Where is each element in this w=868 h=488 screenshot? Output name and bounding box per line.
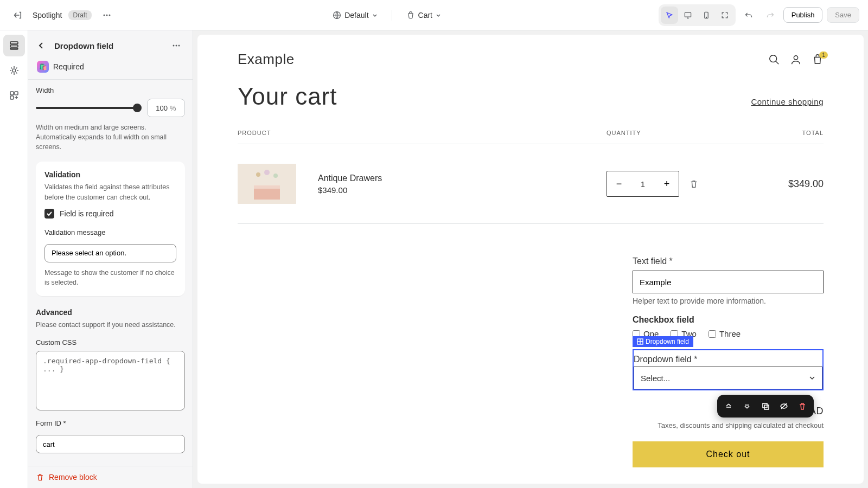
fullscreen-view-button[interactable]: [716, 7, 733, 24]
product-info: Antique Drawers $349.00: [318, 174, 607, 195]
selection-tag[interactable]: Dropdown field: [633, 336, 693, 347]
remove-block-label: Remove block: [49, 473, 97, 481]
qty-decrease-button[interactable]: −: [607, 171, 631, 196]
undo-button[interactable]: [740, 7, 757, 24]
product-image[interactable]: [238, 164, 296, 204]
validation-card: Validation Validates the field against t…: [36, 162, 185, 296]
inspector-toggle[interactable]: [661, 7, 678, 24]
undo-icon: [744, 11, 753, 20]
svg-point-24: [273, 174, 278, 178]
move-down-icon: [743, 402, 751, 410]
exit-button[interactable]: [9, 7, 26, 24]
validation-msg-input[interactable]: [44, 244, 176, 262]
svg-rect-13: [10, 96, 14, 99]
desktop-view-button[interactable]: [679, 7, 697, 24]
col-quantity: QUANTITY: [607, 130, 737, 136]
svg-point-16: [178, 45, 180, 47]
line-total: $349.00: [737, 178, 824, 190]
svg-rect-9: [10, 48, 18, 49]
theme-name: Spotlight: [33, 11, 62, 20]
cursor-icon: [665, 11, 674, 20]
dropdown-select[interactable]: Select...: [634, 367, 822, 389]
search-icon[interactable]: [768, 54, 780, 66]
trash-icon: [798, 402, 807, 410]
chevron-down-icon: [372, 12, 378, 18]
app-row[interactable]: 🛍️ Required: [28, 57, 193, 79]
settings-tab[interactable]: [3, 60, 25, 81]
svg-rect-20: [254, 188, 280, 200]
svg-point-14: [173, 45, 175, 47]
redo-button[interactable]: [762, 7, 779, 24]
status-badge: Draft: [68, 10, 91, 20]
top-bar: Spotlight Draft Default Cart: [0, 0, 868, 30]
globe-icon: [333, 11, 341, 20]
svg-point-2: [108, 14, 110, 16]
chevron-down-icon: [809, 375, 815, 381]
checkout-button[interactable]: Check out: [633, 441, 824, 467]
required-checkbox-row[interactable]: Field is required: [44, 209, 176, 219]
duplicate-button[interactable]: [757, 398, 774, 414]
context-default-dropdown[interactable]: Default: [327, 8, 382, 23]
slider-thumb[interactable]: [133, 104, 142, 112]
topbar-right: Publish Save: [659, 4, 859, 26]
continue-shopping-link[interactable]: Continue shopping: [751, 97, 824, 106]
account-icon[interactable]: [790, 54, 802, 66]
svg-rect-26: [763, 403, 767, 408]
required-checkbox[interactable]: [44, 209, 54, 219]
block-more-button[interactable]: [168, 37, 185, 54]
move-down-button[interactable]: [739, 398, 755, 414]
sections-tab[interactable]: [3, 35, 25, 56]
validation-msg-label: Validation message: [44, 228, 176, 236]
width-input[interactable]: 100 %: [147, 99, 185, 117]
apps-tab[interactable]: [3, 85, 25, 106]
delete-button[interactable]: [794, 398, 810, 414]
bag-button[interactable]: 1: [812, 54, 824, 66]
text-field-input[interactable]: [633, 271, 824, 293]
save-button[interactable]: Save: [827, 7, 859, 23]
mobile-icon: [702, 11, 711, 20]
svg-point-10: [12, 69, 16, 72]
width-slider[interactable]: [36, 107, 141, 109]
svg-rect-11: [10, 92, 14, 95]
svg-rect-21: [254, 185, 280, 189]
width-unit: %: [170, 104, 176, 112]
custom-css-input[interactable]: .required-app-dropdown-field { ... }: [36, 351, 185, 410]
block-icon: [637, 338, 643, 345]
trash-icon: [36, 473, 44, 481]
svg-point-0: [103, 14, 105, 16]
svg-rect-4: [685, 12, 691, 17]
remove-item-button[interactable]: [689, 179, 699, 189]
qty-increase-button[interactable]: +: [655, 171, 679, 196]
cart-title: Your cart: [238, 83, 337, 110]
product-price: $349.00: [318, 185, 607, 195]
more-actions-button[interactable]: [98, 7, 116, 24]
cart-summary: Text field * Helper text to provide more…: [633, 256, 824, 467]
selection-outline: Dropdown field * Select...: [633, 349, 824, 390]
cart-top: Your cart Continue shopping: [238, 83, 824, 110]
text-field-label: Text field *: [633, 256, 824, 266]
svg-rect-7: [10, 42, 18, 44]
dropdown-field-label: Dropdown field *: [634, 350, 822, 367]
product-name[interactable]: Antique Drawers: [318, 174, 607, 183]
form-id-input[interactable]: [36, 435, 185, 453]
main: Dropdown field 🛍️ Required Width 100 % W…: [0, 30, 868, 488]
dots-icon: [103, 11, 111, 20]
template-cart-dropdown[interactable]: Cart: [401, 8, 446, 23]
col-total: TOTAL: [737, 130, 824, 136]
cart-table-head: PRODUCT QUANTITY TOTAL: [238, 130, 824, 144]
selection-tag-label: Dropdown field: [646, 338, 689, 345]
publish-button[interactable]: Publish: [783, 7, 823, 23]
hide-button[interactable]: [776, 398, 792, 414]
remove-block-button[interactable]: Remove block: [36, 473, 185, 481]
block-toolbar: [717, 395, 814, 418]
store-name[interactable]: Example: [238, 51, 295, 68]
tax-note: Taxes, discounts and shipping calculated…: [633, 421, 824, 429]
dots-icon: [172, 41, 181, 50]
canvas-wrap: Example 1 Your cart Continue shopping PR…: [193, 30, 868, 488]
back-button[interactable]: [34, 38, 49, 53]
svg-rect-12: [15, 92, 18, 95]
mobile-view-button[interactable]: [698, 7, 715, 24]
move-up-button[interactable]: [720, 398, 737, 414]
checkbox-three[interactable]: Three: [709, 329, 741, 338]
svg-point-1: [106, 14, 107, 16]
